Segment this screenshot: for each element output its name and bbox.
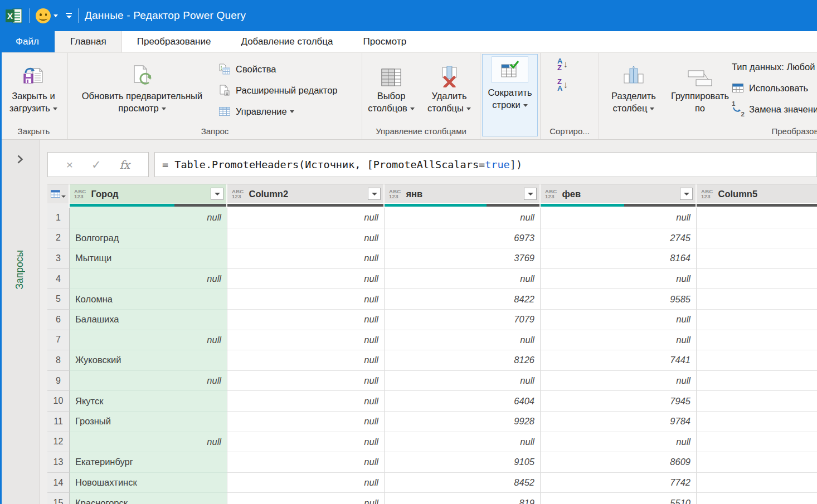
row-number[interactable]: 3 [47,248,70,269]
table-cell[interactable]: 2745 [541,228,697,249]
row-number[interactable]: 9 [47,371,70,392]
manage-button[interactable]: Управление [218,101,338,122]
properties-button[interactable]: Свойства [218,58,338,80]
table-cell[interactable]: Екатеринбург [70,452,227,473]
table-cell[interactable]: 9585 [541,289,697,310]
row-number[interactable]: 8 [47,350,70,371]
table-cell[interactable]: 7945 [541,391,697,412]
table-cell[interactable]: 8609 [541,452,697,473]
use-first-row-button[interactable]: Использовать [732,77,817,99]
row-number[interactable]: 5 [47,289,70,310]
table-cell[interactable]: null [70,371,227,392]
table-cell[interactable]: 5510 [541,493,697,504]
column-header-3[interactable]: ABC123фев [541,184,697,203]
tab-3[interactable]: Просмотр [348,31,422,52]
group-by-button[interactable]: Группировать по [665,55,735,122]
column-type-icon[interactable]: ABC123 [74,189,86,199]
table-cell[interactable] [697,391,817,412]
table-cell[interactable]: null [541,269,697,290]
table-cell[interactable]: Мытищи [70,248,227,269]
table-cell[interactable] [697,310,817,330]
table-cell[interactable]: 819 [385,493,541,504]
row-number[interactable]: 15 [47,493,70,504]
table-cell[interactable]: null [541,371,697,392]
tab-file[interactable]: Файл [0,31,55,52]
table-cell[interactable]: null [227,248,385,269]
table-cell[interactable]: 8126 [385,350,541,371]
table-cell[interactable]: Балашиха [70,310,227,330]
table-cell[interactable] [697,493,817,504]
table-cell[interactable]: Новошахтинск [70,473,227,493]
tab-1[interactable]: Преобразование [122,31,226,52]
table-cell[interactable]: null [541,432,697,453]
column-type-icon[interactable]: ABC123 [545,189,557,199]
table-cell[interactable]: 8422 [385,289,541,310]
cancel-formula-icon[interactable]: × [66,158,73,172]
table-cell[interactable] [697,269,817,290]
table-cell[interactable] [697,289,817,310]
table-cell[interactable]: null [227,371,385,392]
table-cell[interactable]: 6973 [385,228,541,249]
row-number[interactable]: 11 [47,412,70,432]
row-number[interactable]: 12 [47,432,70,453]
table-cell[interactable]: null [227,269,385,290]
table-cell[interactable]: 7079 [385,310,541,330]
table-cell[interactable] [697,473,817,493]
table-cell[interactable]: null [227,310,385,330]
table-cell[interactable]: null [227,493,385,504]
table-cell[interactable]: Якутск [70,391,227,412]
table-cell[interactable]: null [541,330,697,351]
table-cell[interactable] [697,432,817,453]
tab-0[interactable]: Главная [55,31,122,52]
filter-dropdown-button[interactable] [680,188,693,200]
table-cell[interactable]: Волгоград [70,228,227,249]
table-cell[interactable]: 6404 [385,391,541,412]
column-type-icon[interactable]: ABC123 [232,189,244,199]
table-corner-cell[interactable] [47,184,70,203]
table-cell[interactable]: null [70,330,227,351]
column-header-2[interactable]: ABC123янв [385,184,541,203]
sort-descending-button[interactable]: ZA ↓ [557,76,599,94]
excel-app-icon[interactable]: X [6,8,23,24]
remove-columns-button[interactable]: Удалить столбцы [420,55,478,122]
table-cell[interactable]: 8452 [385,473,541,493]
table-cell[interactable] [697,412,817,432]
accept-formula-icon[interactable]: ✓ [91,158,101,172]
table-cell[interactable]: Коломна [70,289,227,310]
table-cell[interactable]: Жуковский [70,350,227,371]
table-cell[interactable]: 9928 [385,412,541,432]
table-cell[interactable]: 9105 [385,452,541,473]
fx-icon[interactable]: fx [119,158,130,172]
table-cell[interactable]: null [385,269,541,290]
table-cell[interactable]: null [227,473,385,493]
table-cell[interactable]: Грозный [70,412,227,432]
choose-columns-button[interactable]: Выбор столбцов [362,55,420,122]
table-cell[interactable]: null [385,208,541,228]
table-cell[interactable]: Красногорск [70,493,227,504]
table-cell[interactable]: null [70,269,227,290]
expand-pane-chevron-icon[interactable] [17,154,23,167]
table-cell[interactable]: null [227,350,385,371]
table-cell[interactable]: null [541,208,697,228]
column-header-4[interactable]: ABC123Column5 [697,184,817,203]
filter-dropdown-button[interactable] [368,188,381,200]
table-cell[interactable]: 3769 [385,248,541,269]
data-type-button[interactable]: Тип данных: Любой [732,56,817,77]
row-number[interactable]: 14 [47,473,70,493]
split-column-button[interactable]: Разделить столбец [602,55,665,122]
table-cell[interactable]: 7742 [541,473,697,493]
row-number[interactable]: 7 [47,330,70,351]
table-cell[interactable]: 8164 [541,248,697,269]
row-number[interactable]: 1 [47,208,70,228]
table-cell[interactable]: null [385,432,541,453]
row-number[interactable]: 2 [47,228,70,249]
table-cell[interactable] [697,350,817,371]
advanced-editor-button[interactable]: Расширенный редактор [218,80,338,101]
table-cell[interactable]: null [227,330,385,351]
queries-pane-label[interactable]: Запросы [14,250,26,290]
column-type-icon[interactable]: ABC123 [701,189,713,199]
row-number[interactable]: 10 [47,391,70,412]
reduce-rows-button[interactable]: Сократить строки [482,54,538,136]
table-cell[interactable]: null [70,208,227,228]
row-number[interactable]: 4 [47,269,70,290]
